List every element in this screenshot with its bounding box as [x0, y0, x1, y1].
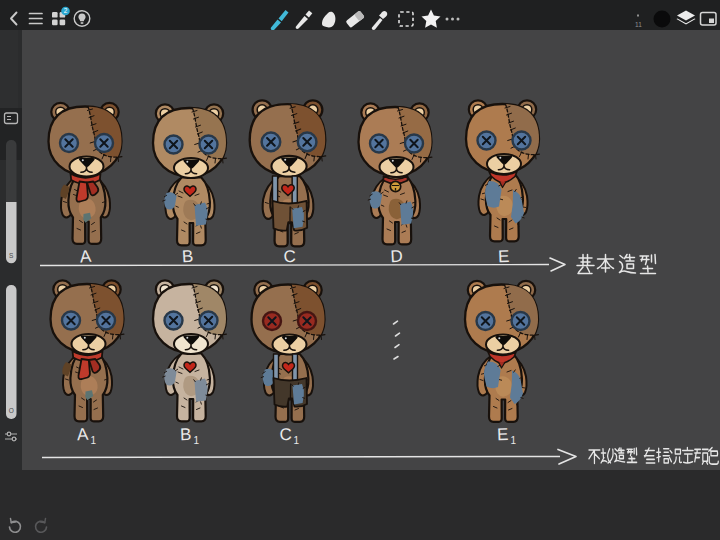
svg-text:11: 11	[635, 21, 642, 28]
svg-text:1: 1	[511, 435, 517, 446]
svg-text:O: O	[9, 407, 14, 414]
svg-text:C: C	[283, 247, 296, 266]
svg-text:C: C	[279, 425, 292, 444]
svg-text:A: A	[77, 425, 90, 445]
svg-text:E: E	[498, 247, 510, 266]
svg-text:B: B	[180, 425, 192, 444]
svg-text:E: E	[497, 425, 509, 444]
svg-text:D: D	[390, 247, 403, 267]
svg-text:S: S	[9, 252, 14, 259]
svg-text:1: 1	[294, 435, 300, 446]
svg-text:B: B	[182, 247, 194, 267]
svg-text:A: A	[79, 247, 92, 267]
svg-text:2: 2	[64, 7, 68, 14]
svg-text:1: 1	[194, 435, 200, 446]
svg-text:1: 1	[91, 435, 97, 446]
